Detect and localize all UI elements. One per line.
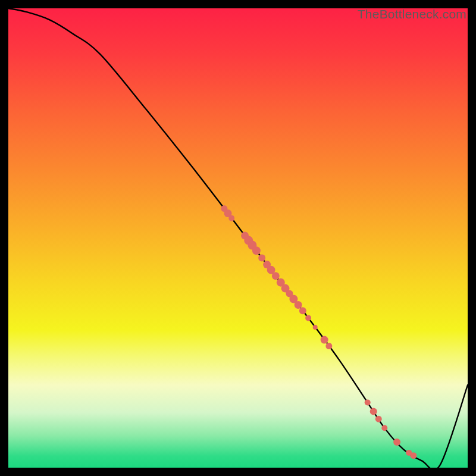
data-dot <box>410 452 416 459</box>
data-dot <box>370 408 377 415</box>
data-dot <box>381 425 387 431</box>
data-dot <box>228 215 234 221</box>
data-dot <box>305 315 311 321</box>
data-dot <box>258 254 265 261</box>
data-dot <box>272 272 280 280</box>
data-dot <box>325 343 332 349</box>
data-dot <box>252 246 261 255</box>
data-dot <box>365 399 371 405</box>
data-dot <box>313 325 318 330</box>
data-dot <box>375 416 382 422</box>
data-dot <box>321 336 328 344</box>
bottleneck-chart <box>8 8 468 468</box>
data-dot <box>299 307 306 314</box>
data-dot <box>393 439 400 446</box>
watermark-text: TheBottleneck.com <box>358 7 466 21</box>
chart-frame: TheBottleneck.com <box>8 8 468 468</box>
data-dot <box>295 301 302 309</box>
gradient-background <box>8 8 468 468</box>
